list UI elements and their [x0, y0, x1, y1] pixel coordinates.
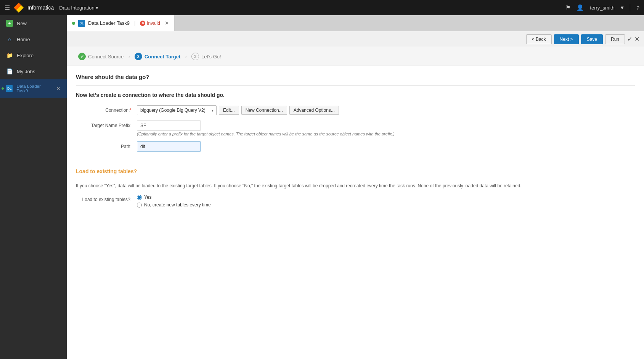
step-arrow-1: › — [128, 53, 130, 60]
top-nav: ☰ Informatica Data Integration ▾ ⚑ 👤 ter… — [0, 0, 644, 15]
step-connect-source[interactable]: ✓ Connect Source — [74, 51, 127, 62]
target-name-prefix-label: Target Name Prefix: — [76, 121, 137, 128]
invalid-label: Invalid — [147, 21, 160, 26]
path-label: Path: — [76, 142, 137, 149]
hamburger-icon[interactable]: ☰ — [5, 4, 10, 11]
main-content: DL Data Loader Task9 | ✕ Invalid ✕ < Bac… — [67, 15, 644, 359]
step-3-label: Let's Go! — [201, 54, 221, 60]
tab-task-icon: DL — [78, 20, 85, 27]
path-form-group: Path: — [76, 142, 635, 151]
next-button[interactable]: Next > — [554, 34, 579, 44]
radio-group: Yes No, create new tables every time — [137, 195, 211, 208]
step-1-num: ✓ — [78, 53, 86, 60]
sidebar-item-home[interactable]: ⌂ Home — [0, 31, 67, 47]
invalid-badge: ✕ Invalid — [140, 21, 160, 26]
save-button[interactable]: Save — [581, 34, 603, 44]
step-2-num: 2 — [135, 53, 142, 60]
sidebar-item-new[interactable]: + New — [0, 15, 67, 31]
back-button[interactable]: < Back — [526, 34, 552, 44]
sidebar: + New ⌂ Home 📁 Explore 📄 My Jobs DL Data… — [0, 15, 67, 359]
load-existing-label: Load to existing tables?: — [76, 195, 137, 202]
radio-yes-input[interactable] — [137, 195, 142, 200]
app-name: Informatica — [27, 5, 54, 11]
target-name-prefix-hint: (Optionally enter a prefix for the targe… — [137, 132, 395, 136]
target-name-prefix-group: Target Name Prefix: (Optionally enter a … — [76, 121, 635, 136]
invalid-x-icon: ✕ — [140, 21, 145, 26]
sidebar-item-dlt[interactable]: DL Data Loader Task9 ✕ — [0, 79, 67, 98]
toolbar: < Back Next > Save Run ✓ ✕ — [67, 31, 644, 47]
form-area: Where should the data go? Now let’s crea… — [67, 66, 644, 359]
tab-bar: DL Data Loader Task9 | ✕ Invalid ✕ — [67, 15, 644, 31]
sidebar-item-explore-label: Explore — [17, 53, 34, 58]
load-description: If you choose "Yes", data will be loaded… — [76, 182, 635, 189]
run-button[interactable]: Run — [605, 34, 625, 44]
user-name[interactable]: terry_smith — [590, 5, 614, 11]
connection-select-wrapper: bigquery (Google Big Query V2)salesforce… — [137, 105, 217, 115]
sidebar-item-myjobs[interactable]: 📄 My Jobs — [0, 63, 67, 79]
check-icon[interactable]: ✓ — [627, 35, 632, 43]
radio-no-label: No, create new tables every time — [144, 202, 211, 208]
sidebar-item-explore[interactable]: 📁 Explore — [0, 47, 67, 63]
radio-no[interactable]: No, create new tables every time — [137, 202, 211, 208]
path-input[interactable] — [137, 142, 201, 151]
informatica-logo — [14, 3, 24, 13]
load-existing-form-group: Load to existing tables?: Yes No, create… — [76, 195, 635, 208]
edit-button[interactable]: Edit... — [219, 106, 239, 115]
sidebar-item-myjobs-label: My Jobs — [17, 69, 35, 74]
step-2-label: Connect Target — [145, 54, 180, 60]
flag-icon[interactable]: ⚑ — [565, 4, 570, 11]
connection-label: Connection:* — [76, 105, 137, 113]
advanced-options-button[interactable]: Advanced Options... — [289, 106, 339, 115]
tab-close-button[interactable]: ✕ — [165, 20, 169, 26]
jobs-icon: 📄 — [6, 68, 13, 75]
step-connect-target[interactable]: 2 Connect Target — [131, 51, 184, 62]
sidebar-close-button[interactable]: ✕ — [56, 85, 61, 92]
wizard-steps: ✓ Connect Source › 2 Connect Target › 3 … — [67, 47, 644, 66]
sidebar-item-dlt-label: Data Loader Task9 — [16, 84, 52, 93]
folder-icon: 📁 — [6, 52, 13, 59]
section-subtitle: Now let’s create a connection to where t… — [76, 92, 635, 98]
connection-controls: bigquery (Google Big Query V2)salesforce… — [137, 105, 339, 115]
connection-form-group: Connection:* bigquery (Google Big Query … — [76, 105, 635, 115]
tab-data-loader-task9[interactable]: DL Data Loader Task9 | ✕ Invalid ✕ — [67, 15, 175, 31]
dlt-task-icon: DL — [6, 85, 13, 92]
chevron-down-icon[interactable]: ▾ — [621, 4, 624, 11]
page-title: Where should the data go? — [76, 74, 635, 80]
user-icon[interactable]: 👤 — [577, 4, 584, 11]
module-name: Data Integration ▾ — [59, 5, 98, 11]
step-3-num: 3 — [191, 53, 199, 60]
radio-yes-label: Yes — [144, 195, 152, 200]
new-connection-button[interactable]: New Connection... — [241, 106, 287, 115]
tab-status-dot — [72, 22, 75, 25]
active-indicator — [2, 87, 4, 90]
home-icon: ⌂ — [6, 36, 13, 43]
tab-task-name: Data Loader Task9 — [88, 20, 130, 26]
step-lets-go[interactable]: 3 Let's Go! — [188, 51, 225, 62]
step-arrow-2: › — [185, 53, 187, 60]
connection-select[interactable]: bigquery (Google Big Query V2)salesforce… — [137, 105, 217, 115]
close-icon[interactable]: ✕ — [634, 35, 639, 43]
new-icon: + — [6, 20, 13, 27]
sidebar-item-home-label: Home — [17, 37, 30, 42]
target-name-prefix-input[interactable] — [137, 121, 201, 130]
help-icon[interactable]: ? — [636, 5, 639, 11]
load-section-title[interactable]: Load to existing tables? — [76, 168, 635, 174]
step-1-label: Connect Source — [88, 54, 124, 60]
radio-yes[interactable]: Yes — [137, 195, 211, 200]
radio-no-input[interactable] — [137, 203, 142, 208]
sidebar-item-new-label: New — [17, 21, 27, 26]
